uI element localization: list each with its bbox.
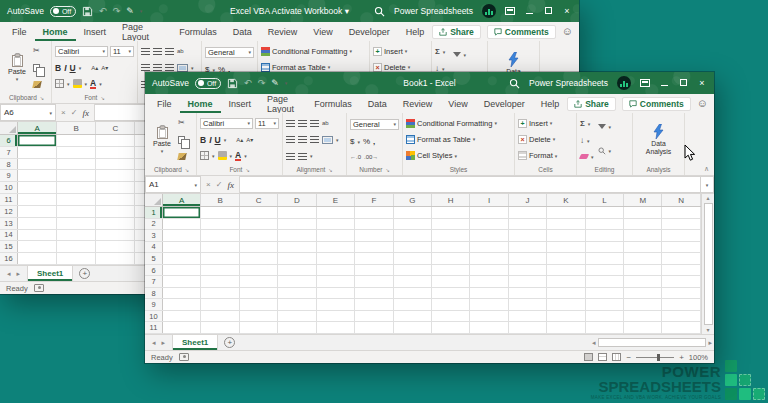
cell-K11[interactable] [547, 322, 585, 333]
align-bottom-icon[interactable] [165, 48, 174, 55]
cancel-entry-icon[interactable]: × [61, 108, 66, 117]
number-format-select[interactable]: General▾ [205, 47, 254, 58]
cell-C10[interactable] [96, 182, 135, 193]
cell-H4[interactable] [432, 242, 470, 253]
cell-H3[interactable] [432, 230, 470, 241]
italic-button[interactable]: I [209, 135, 211, 145]
cell-N7[interactable] [662, 276, 700, 287]
cell-K1[interactable] [547, 207, 585, 218]
decrease-decimal-button[interactable]: .00→ [364, 154, 378, 160]
copy-icon[interactable] [33, 64, 40, 72]
cell-F2[interactable] [355, 219, 393, 230]
zoom-slider-knob[interactable] [657, 354, 660, 361]
cell-A12[interactable] [18, 206, 57, 217]
wrap-text-button[interactable]: ab [177, 48, 184, 54]
decrease-indent-icon[interactable] [286, 153, 295, 160]
formula-input[interactable] [240, 176, 700, 193]
confirm-entry-icon[interactable]: ✓ [216, 180, 223, 189]
title-bar[interactable]: AutoSave Off ↶ ↷ ✎ ▾ Excel VBA Activate … [0, 0, 579, 22]
insert-function-icon[interactable]: fx [82, 108, 89, 118]
cell-B15[interactable] [57, 241, 96, 252]
cell-A14[interactable] [18, 230, 57, 241]
cell-L4[interactable] [586, 242, 624, 253]
scroll-left-icon[interactable]: ◂ [592, 339, 596, 347]
cell-K6[interactable] [547, 265, 585, 276]
sheet-tab[interactable]: Sheet1 [172, 335, 218, 350]
cell-F4[interactable] [355, 242, 393, 253]
cell-H5[interactable] [432, 253, 470, 264]
cell-M7[interactable] [624, 276, 662, 287]
accessibility-checker-icon[interactable] [179, 353, 189, 361]
cell-E1[interactable] [317, 207, 355, 218]
align-right-icon[interactable] [310, 136, 319, 143]
increase-indent-icon[interactable] [298, 153, 307, 160]
clear-icon[interactable] [579, 154, 589, 159]
merge-center-icon[interactable] [322, 136, 333, 144]
cell-C7[interactable] [240, 276, 278, 287]
conditional-formatting-button[interactable]: Conditional Formatting▾ [406, 119, 511, 128]
vertical-scroll-thumb[interactable] [704, 203, 713, 325]
cell-N10[interactable] [662, 311, 700, 322]
cell-C13[interactable] [96, 218, 135, 229]
cell-K9[interactable] [547, 299, 585, 310]
cell-L11[interactable] [586, 322, 624, 333]
cell-D1[interactable] [278, 207, 316, 218]
cell-G2[interactable] [394, 219, 432, 230]
cell-G3[interactable] [394, 230, 432, 241]
cell-H2[interactable] [432, 219, 470, 230]
undo-icon[interactable]: ↶ [244, 79, 252, 88]
data-analysis-button[interactable]: Data Analysis [636, 115, 681, 164]
zoom-in-button[interactable]: + [679, 353, 684, 362]
tab-formulas[interactable]: Formulas [171, 22, 225, 41]
copy-icon[interactable] [178, 136, 185, 144]
cell-N9[interactable] [662, 299, 700, 310]
dialog-launcher-icon[interactable]: ↘ [245, 167, 249, 173]
maximize-button[interactable] [543, 7, 553, 16]
cut-icon[interactable]: ✂ [33, 47, 41, 55]
cut-icon[interactable]: ✂ [178, 119, 186, 127]
cell-F3[interactable] [355, 230, 393, 241]
underline-button[interactable]: U [215, 135, 221, 145]
cell-C2[interactable] [240, 219, 278, 230]
cell-E11[interactable] [317, 322, 355, 333]
font-color-button[interactable]: A [235, 151, 241, 162]
cell-M6[interactable] [624, 265, 662, 276]
format-painter-icon[interactable] [177, 153, 186, 160]
tab-review[interactable]: Review [260, 22, 306, 41]
column-header-E[interactable]: E [317, 194, 355, 206]
tab-insert[interactable]: Insert [221, 94, 260, 113]
new-sheet-button[interactable]: + [79, 268, 90, 279]
cell-A10[interactable] [18, 182, 57, 193]
zoom-level[interactable]: 100% [689, 353, 708, 362]
qat-more-icon[interactable]: ▾ [285, 80, 288, 86]
cell-G11[interactable] [394, 322, 432, 333]
align-left-icon[interactable] [286, 136, 295, 143]
cell-F5[interactable] [355, 253, 393, 264]
row-header-6[interactable]: 6 [0, 135, 18, 146]
borders-icon[interactable] [55, 79, 64, 88]
cell-I7[interactable] [470, 276, 508, 287]
grow-font-button[interactable]: A▴ [236, 136, 243, 143]
cell-E4[interactable] [317, 242, 355, 253]
autosum-button[interactable]: Σ [580, 120, 585, 128]
column-header-L[interactable]: L [586, 194, 624, 206]
underline-dropdown-icon[interactable]: ▾ [79, 65, 82, 71]
cell-N4[interactable] [662, 242, 700, 253]
tab-insert[interactable]: Insert [76, 22, 115, 41]
cell-I6[interactable] [470, 265, 508, 276]
cell-C16[interactable] [96, 253, 135, 264]
column-header-I[interactable]: I [470, 194, 508, 206]
ribbon-display-options-icon[interactable] [640, 79, 650, 87]
cell-B5[interactable] [201, 253, 239, 264]
align-middle-icon[interactable] [298, 120, 307, 127]
cell-C9[interactable] [240, 299, 278, 310]
cell-C11[interactable] [240, 322, 278, 333]
cell-B14[interactable] [57, 230, 96, 241]
cell-H9[interactable] [432, 299, 470, 310]
cell-A9[interactable] [18, 170, 57, 181]
cell-B4[interactable] [201, 242, 239, 253]
cell-styles-button[interactable]: Cell Styles▾ [406, 151, 511, 160]
column-header-M[interactable]: M [624, 194, 662, 206]
cell-K2[interactable] [547, 219, 585, 230]
tab-home[interactable]: Home [35, 22, 76, 41]
